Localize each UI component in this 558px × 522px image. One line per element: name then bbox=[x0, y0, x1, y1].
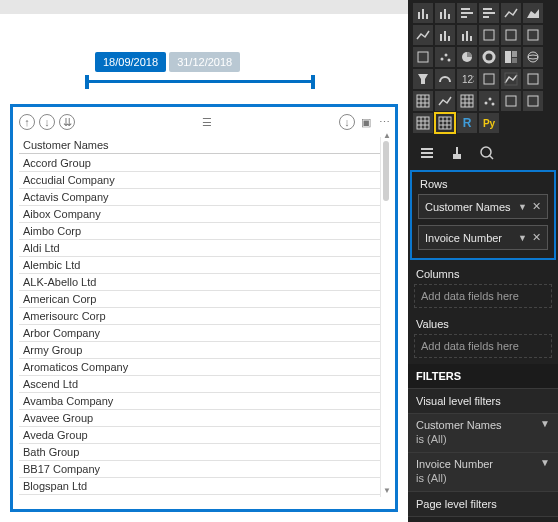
viz-type-arc[interactable] bbox=[501, 91, 521, 111]
matrix-visual-selected[interactable]: ↑ ↓ ⇊ ☰ ↓ ▣ ⋯ Customer Names Accord Grou… bbox=[10, 104, 398, 512]
table-row[interactable]: American Corp bbox=[19, 291, 380, 308]
viz-type-bars-h2[interactable] bbox=[479, 3, 499, 23]
expand-all-icon[interactable]: ⇊ bbox=[59, 114, 75, 130]
rows-field-customer-names[interactable]: Customer Names ▼ ✕ bbox=[418, 194, 548, 219]
visualization-picker: 123RPy bbox=[408, 0, 558, 138]
viz-type-pie[interactable] bbox=[457, 47, 477, 67]
viz-type-ribbon[interactable] bbox=[523, 25, 543, 45]
viz-type-bars-v[interactable] bbox=[413, 3, 433, 23]
svg-rect-36 bbox=[505, 73, 517, 85]
date-end-pill[interactable]: 31/12/2018 bbox=[169, 52, 240, 72]
table-row[interactable]: Army Group bbox=[19, 342, 380, 359]
column-header[interactable]: Customer Names bbox=[19, 137, 380, 154]
more-options-icon[interactable]: ⋯ bbox=[377, 115, 391, 129]
table-row[interactable]: Ascend Ltd bbox=[19, 376, 380, 393]
table-row[interactable]: BB17 Company bbox=[19, 461, 380, 478]
vertical-scrollbar[interactable]: ▲ ▼ bbox=[383, 141, 389, 493]
fields-tab-icon[interactable] bbox=[418, 144, 436, 162]
viz-type-bars-h[interactable] bbox=[457, 3, 477, 23]
table-row[interactable]: Alembic Ltd bbox=[19, 257, 380, 274]
focus-mode-icon[interactable]: ▣ bbox=[359, 115, 373, 129]
table-row[interactable]: Aldi Ltd bbox=[19, 240, 380, 257]
filter-customer-names[interactable]: Customer Namesis (All) ▼ bbox=[408, 413, 558, 452]
table-row[interactable]: Aimbo Corp bbox=[19, 223, 380, 240]
svg-rect-43 bbox=[461, 95, 473, 107]
viz-type-combo[interactable] bbox=[479, 25, 499, 45]
table-row[interactable]: Actavis Company bbox=[19, 189, 380, 206]
svg-point-26 bbox=[462, 52, 472, 62]
viz-type-bars-s[interactable] bbox=[435, 25, 455, 45]
table-row[interactable]: Arbor Company bbox=[19, 325, 380, 342]
viz-type-kpi[interactable] bbox=[501, 69, 521, 89]
table-row[interactable]: Amerisourc Corp bbox=[19, 308, 380, 325]
viz-type-table[interactable] bbox=[413, 91, 433, 111]
scroll-thumb[interactable] bbox=[383, 141, 389, 201]
viz-type-scatter[interactable] bbox=[435, 47, 455, 67]
date-slider-track[interactable] bbox=[85, 80, 315, 83]
table-row[interactable]: Accord Group bbox=[19, 155, 380, 172]
viz-type-card[interactable]: 123 bbox=[457, 69, 477, 89]
chevron-down-icon[interactable]: ▼ bbox=[540, 457, 550, 468]
viz-type-combo2[interactable] bbox=[501, 25, 521, 45]
viz-type-water[interactable] bbox=[413, 47, 433, 67]
table-row[interactable]: ALK-Abello Ltd bbox=[19, 274, 380, 291]
svg-line-69 bbox=[489, 155, 493, 159]
viz-type-line2[interactable] bbox=[413, 25, 433, 45]
table-row[interactable]: Aromaticos Company bbox=[19, 359, 380, 376]
svg-rect-3 bbox=[440, 12, 442, 19]
viz-type-tree[interactable] bbox=[501, 47, 521, 67]
table-row[interactable]: Bath Group bbox=[19, 444, 380, 461]
visual-header: ↑ ↓ ⇊ ☰ ↓ ▣ ⋯ bbox=[19, 113, 391, 131]
viz-type-table2[interactable] bbox=[413, 113, 433, 133]
viz-type-funnel[interactable] bbox=[413, 69, 433, 89]
viz-type-line3[interactable] bbox=[435, 91, 455, 111]
field-menu-icon[interactable]: ▼ bbox=[518, 233, 527, 243]
format-tab-icon[interactable] bbox=[448, 144, 466, 162]
viz-type-map[interactable] bbox=[523, 47, 543, 67]
viz-type-multi[interactable] bbox=[479, 69, 499, 89]
analytics-tab-icon[interactable] bbox=[478, 144, 496, 162]
date-slider-handle-right[interactable] bbox=[311, 75, 315, 89]
viz-type-matrix-sel[interactable] bbox=[435, 113, 455, 133]
rows-field-invoice-number[interactable]: Invoice Number ▼ ✕ bbox=[418, 225, 548, 250]
viz-type-gauge[interactable] bbox=[435, 69, 455, 89]
table-row[interactable]: Aveda Group bbox=[19, 427, 380, 444]
table-row[interactable]: Avavee Group bbox=[19, 410, 380, 427]
page-level-filters-placeholder[interactable]: Add data fields here bbox=[408, 516, 558, 522]
drill-down-icon[interactable]: ↓ bbox=[39, 114, 55, 130]
viz-type-matrix[interactable] bbox=[457, 91, 477, 111]
viz-type-r[interactable]: R bbox=[457, 113, 477, 133]
viz-type-line[interactable] bbox=[501, 3, 521, 23]
remove-field-icon[interactable]: ✕ bbox=[532, 200, 541, 212]
pin-icon[interactable]: ↓ bbox=[339, 114, 355, 130]
scroll-up-arrow[interactable]: ▲ bbox=[383, 131, 389, 140]
viz-type-area[interactable] bbox=[523, 3, 543, 23]
remove-field-icon[interactable]: ✕ bbox=[532, 231, 541, 243]
date-slider-handle-left[interactable] bbox=[85, 75, 89, 89]
chevron-down-icon[interactable]: ▼ bbox=[540, 418, 550, 429]
field-menu-icon[interactable]: ▼ bbox=[518, 202, 527, 212]
drill-up-icon[interactable]: ↑ bbox=[19, 114, 35, 130]
columns-well[interactable]: Add data fields here bbox=[414, 284, 552, 308]
viz-type-shape[interactable] bbox=[523, 91, 543, 111]
table-row[interactable]: Blogtags Ltd bbox=[19, 495, 380, 497]
date-start-pill[interactable]: 18/09/2018 bbox=[95, 52, 166, 72]
matrix-body[interactable]: Accord GroupAccudial CompanyActavis Comp… bbox=[19, 155, 380, 497]
viz-type-slicer2[interactable] bbox=[523, 69, 543, 89]
drag-handle-icon[interactable]: ☰ bbox=[200, 115, 214, 129]
scroll-down-arrow[interactable]: ▼ bbox=[383, 486, 389, 495]
viz-type-donut[interactable] bbox=[479, 47, 499, 67]
viz-type-py[interactable]: Py bbox=[479, 113, 499, 133]
filter-invoice-number[interactable]: Invoice Numberis (All) ▼ bbox=[408, 452, 558, 491]
date-slicer[interactable]: 18/09/2018 31/12/2018 bbox=[95, 52, 295, 83]
viz-type-bars-v2[interactable] bbox=[435, 3, 455, 23]
report-canvas[interactable]: 18/09/2018 31/12/2018 ↑ ↓ ⇊ ☰ ↓ ▣ bbox=[0, 0, 408, 522]
viz-type-bars-s2[interactable] bbox=[457, 25, 477, 45]
table-row[interactable]: Aibox Company bbox=[19, 206, 380, 223]
svg-rect-2 bbox=[426, 14, 428, 19]
table-row[interactable]: Avamba Company bbox=[19, 393, 380, 410]
viz-type-dots[interactable] bbox=[479, 91, 499, 111]
values-well[interactable]: Add data fields here bbox=[414, 334, 552, 358]
table-row[interactable]: Blogspan Ltd bbox=[19, 478, 380, 495]
table-row[interactable]: Accudial Company bbox=[19, 172, 380, 189]
